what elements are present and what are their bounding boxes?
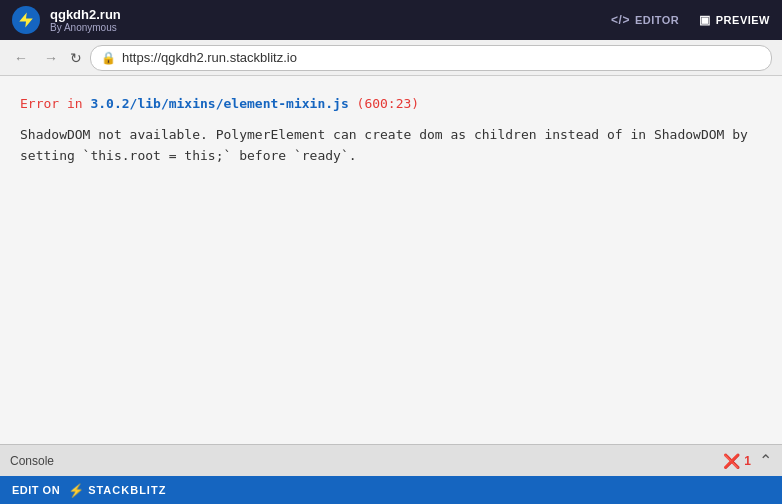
- edit-on-label: EDIT ON: [12, 484, 60, 496]
- url-text: https://qgkdh2.run.stackblitz.io: [122, 50, 297, 65]
- editor-icon: </>: [611, 13, 630, 27]
- error-file-link[interactable]: 3.0.2/lib/mixins/element-mixin.js: [90, 96, 348, 111]
- editor-button[interactable]: </> EDITOR: [611, 13, 679, 27]
- expand-button[interactable]: ⌃: [759, 451, 772, 470]
- bottom-bar: EDIT ON ⚡ STACKBLITZ: [0, 476, 782, 504]
- lock-icon: 🔒: [101, 51, 116, 65]
- error-message-line2: setting `this.root = this;` before `read…: [20, 148, 357, 163]
- title-bar-right: </> EDITOR ▣ PREVIEW: [611, 13, 770, 27]
- preview-area: Error in 3.0.2/lib/mixins/element-mixin.…: [0, 76, 782, 444]
- error-message-line1: ShadowDOM not available. PolymerElement …: [20, 127, 748, 142]
- app-logo: [12, 6, 40, 34]
- brand-label: STACKBLITZ: [88, 484, 166, 496]
- title-bar-left: qgkdh2.run By Anonymous: [12, 6, 121, 34]
- console-label: Console: [10, 454, 54, 468]
- forward-button[interactable]: →: [40, 48, 62, 68]
- console-right: ❌ 1 ⌃: [723, 451, 772, 470]
- app-name: qgkdh2.run: [50, 7, 121, 22]
- editor-label: EDITOR: [635, 14, 679, 26]
- error-badge: ❌ 1: [723, 453, 751, 469]
- error-message: ShadowDOM not available. PolymerElement …: [20, 125, 762, 167]
- error-location: (600:23): [357, 96, 420, 111]
- error-prefix: Error in: [20, 96, 83, 111]
- back-button[interactable]: ←: [10, 48, 32, 68]
- error-line1: Error in 3.0.2/lib/mixins/element-mixin.…: [20, 96, 762, 111]
- console-bar: Console ❌ 1 ⌃: [0, 444, 782, 476]
- preview-label: PREVIEW: [716, 14, 770, 26]
- svg-marker-0: [19, 13, 33, 28]
- url-bar[interactable]: 🔒 https://qgkdh2.run.stackblitz.io: [90, 45, 772, 71]
- preview-button[interactable]: ▣ PREVIEW: [699, 13, 770, 27]
- app-sub: By Anonymous: [50, 22, 121, 33]
- error-count: 1: [744, 454, 751, 468]
- error-badge-icon: ❌: [723, 453, 740, 469]
- preview-icon: ▣: [699, 13, 711, 27]
- address-bar: ← → ↻ 🔒 https://qgkdh2.run.stackblitz.io: [0, 40, 782, 76]
- bolt-icon: ⚡: [68, 483, 84, 498]
- reload-button[interactable]: ↻: [70, 50, 82, 66]
- title-info: qgkdh2.run By Anonymous: [50, 7, 121, 33]
- title-bar: qgkdh2.run By Anonymous </> EDITOR ▣ PRE…: [0, 0, 782, 40]
- stackblitz-logo[interactable]: ⚡ STACKBLITZ: [68, 483, 166, 498]
